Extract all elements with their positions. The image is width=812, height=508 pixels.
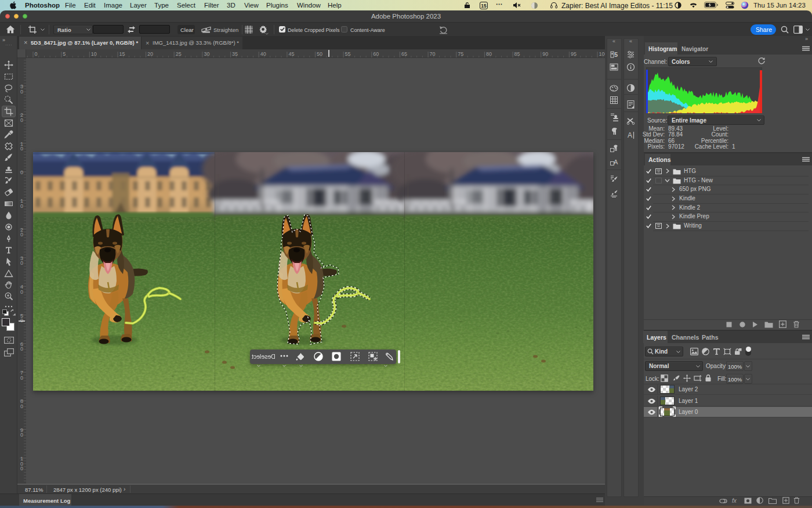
svg-text:0: 0 [20,89,23,95]
svg-text:5: 5 [614,51,618,58]
svg-text:25: 25 [176,51,182,57]
svg-text:0: 0 [20,318,23,323]
svg-text:0: 0 [20,146,23,152]
svg-text:0: 0 [20,375,23,381]
svg-text:30: 30 [204,51,209,57]
svg-text:0: 0 [20,466,23,471]
svg-text:20: 20 [147,51,153,57]
svg-text:60: 60 [373,51,379,57]
svg-text:95: 95 [571,51,577,57]
svg-text:65: 65 [401,51,407,57]
svg-text:70: 70 [430,51,436,57]
svg-text:0: 0 [20,289,23,295]
svg-text:A: A [614,158,618,165]
svg-text:0: 0 [20,432,23,438]
svg-text:80: 80 [486,51,492,57]
svg-text:0: 0 [20,170,23,175]
svg-text:0: 0 [20,203,23,209]
svg-text:10: 10 [91,51,97,57]
svg-text:5: 5 [63,51,66,57]
svg-text:85: 85 [514,51,520,57]
svg-text:0: 0 [20,232,23,237]
svg-text:40: 40 [260,51,266,57]
svg-text:35: 35 [232,51,238,57]
svg-text:0: 0 [35,51,38,57]
svg-text:45: 45 [288,51,294,57]
svg-text:15: 15 [481,3,487,9]
svg-text:0: 0 [20,403,23,409]
svg-text:0: 0 [20,117,23,123]
svg-text:100: 100 [599,51,606,57]
svg-text:55: 55 [345,51,351,57]
svg-text:15: 15 [119,51,125,57]
svg-text:0: 0 [20,346,23,352]
svg-text:0: 0 [20,260,23,266]
svg-text:75: 75 [458,51,463,57]
svg-text:90: 90 [542,51,548,57]
svg-text:50: 50 [317,51,322,57]
